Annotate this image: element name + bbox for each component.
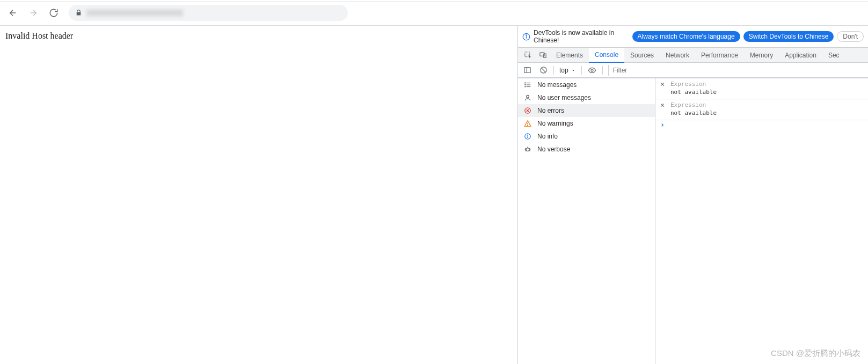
- console-main: Expression not available Expression not …: [655, 78, 868, 364]
- page-viewport: Invalid Host header: [0, 26, 518, 364]
- live-expression-button[interactable]: [585, 63, 599, 77]
- forward-button[interactable]: [25, 4, 42, 21]
- address-bar[interactable]: [69, 5, 348, 21]
- url-text-blurred: [86, 10, 183, 16]
- svg-line-30: [525, 150, 526, 151]
- svg-rect-6: [524, 68, 530, 73]
- sidebar-item-label: No warnings: [537, 120, 573, 127]
- console-toolbar: top: [518, 63, 868, 78]
- arrow-right-icon: [28, 8, 38, 18]
- devtools-panel: DevTools is now available in Chinese! Al…: [518, 26, 868, 364]
- sidebar-item-label: No errors: [537, 107, 564, 114]
- expression-placeholder[interactable]: Expression: [670, 101, 865, 108]
- expression-placeholder[interactable]: Expression: [670, 81, 865, 88]
- close-icon: [660, 103, 665, 108]
- svg-point-17: [527, 95, 529, 98]
- dont-show-button[interactable]: Don't: [837, 31, 864, 42]
- svg-point-26: [526, 148, 529, 151]
- live-expression-row: Expression not available: [655, 78, 868, 99]
- back-button[interactable]: [4, 4, 21, 21]
- list-icon: [523, 81, 532, 89]
- bug-icon: [523, 145, 532, 153]
- svg-line-29: [529, 148, 530, 149]
- sidebar-icon: [523, 66, 531, 74]
- info-icon: [522, 33, 530, 41]
- svg-line-28: [525, 148, 526, 149]
- close-icon: [660, 82, 665, 87]
- separator: [553, 66, 554, 75]
- devtools-tabbar: Elements Console Sources Network Perform…: [518, 48, 868, 63]
- tab-application[interactable]: Application: [779, 48, 822, 63]
- svg-line-9: [541, 68, 545, 72]
- sidebar-item-label: No verbose: [537, 145, 570, 153]
- remove-expression-button[interactable]: [659, 81, 666, 88]
- tab-security[interactable]: Sec: [822, 48, 845, 63]
- reload-button[interactable]: [45, 4, 62, 21]
- tab-strip: [0, 0, 868, 2]
- separator: [602, 66, 603, 75]
- live-expression-row: Expression not available: [655, 99, 868, 120]
- device-toggle-button[interactable]: [535, 48, 550, 63]
- page-body-text: Invalid Host header: [5, 31, 73, 40]
- inspect-icon: [524, 51, 532, 59]
- console-prompt[interactable]: [655, 120, 868, 130]
- clear-icon: [539, 66, 548, 74]
- switch-chinese-button[interactable]: Switch DevTools to Chinese: [743, 31, 834, 42]
- svg-point-15: [525, 84, 526, 85]
- console-filter-input[interactable]: [608, 65, 866, 76]
- browser-toolbar: [0, 0, 868, 26]
- svg-point-16: [525, 86, 526, 87]
- tab-memory[interactable]: Memory: [744, 48, 779, 63]
- sidebar-item-info[interactable]: No info: [518, 130, 655, 143]
- inspect-element-button[interactable]: [520, 48, 535, 63]
- expression-value: not available: [670, 89, 865, 96]
- console-sidebar: No messages No user messages No errors: [518, 78, 655, 364]
- chevron-right-icon: [660, 122, 665, 128]
- sidebar-item-warnings[interactable]: No warnings: [518, 117, 655, 130]
- device-icon: [539, 51, 547, 59]
- sidebar-item-messages[interactable]: No messages: [518, 78, 655, 91]
- clear-console-button[interactable]: [536, 63, 550, 77]
- remove-expression-button[interactable]: [659, 101, 666, 109]
- error-icon: [523, 107, 532, 114]
- expression-value: not available: [670, 110, 865, 117]
- tab-elements[interactable]: Elements: [550, 48, 589, 63]
- context-label: top: [559, 67, 568, 74]
- svg-point-10: [591, 69, 593, 71]
- sidebar-item-user-messages[interactable]: No user messages: [518, 91, 655, 104]
- tab-network[interactable]: Network: [660, 48, 695, 63]
- svg-point-14: [525, 83, 526, 83]
- toggle-sidebar-button[interactable]: [520, 63, 534, 77]
- infobar-message: DevTools is now available in Chinese!: [534, 29, 629, 44]
- reload-icon: [49, 8, 59, 18]
- devtools-infobar: DevTools is now available in Chinese! Al…: [518, 26, 868, 48]
- svg-point-22: [528, 125, 528, 126]
- tab-sources[interactable]: Sources: [624, 48, 660, 63]
- svg-rect-5: [543, 54, 545, 58]
- svg-point-2: [526, 34, 527, 35]
- console-body: No messages No user messages No errors: [518, 78, 868, 364]
- user-icon: [523, 94, 532, 101]
- tab-performance[interactable]: Performance: [695, 48, 744, 63]
- warning-icon: [523, 120, 532, 127]
- arrow-left-icon: [8, 8, 18, 18]
- chevron-down-icon: [571, 68, 576, 73]
- separator: [581, 66, 582, 75]
- eye-icon: [588, 66, 596, 75]
- info-icon: [523, 133, 532, 140]
- lock-icon: [75, 9, 82, 16]
- sidebar-item-errors[interactable]: No errors: [518, 104, 655, 117]
- svg-point-25: [528, 135, 528, 135]
- match-language-button[interactable]: Always match Chrome's language: [632, 31, 740, 42]
- workspace: Invalid Host header DevTools is now avai…: [0, 26, 868, 364]
- sidebar-item-label: No info: [537, 133, 558, 140]
- sidebar-item-label: No messages: [537, 81, 577, 89]
- sidebar-item-verbose[interactable]: No verbose: [518, 143, 655, 156]
- tab-console[interactable]: Console: [589, 48, 624, 63]
- context-selector[interactable]: top: [557, 67, 578, 74]
- sidebar-item-label: No user messages: [537, 94, 591, 101]
- svg-line-31: [529, 150, 530, 151]
